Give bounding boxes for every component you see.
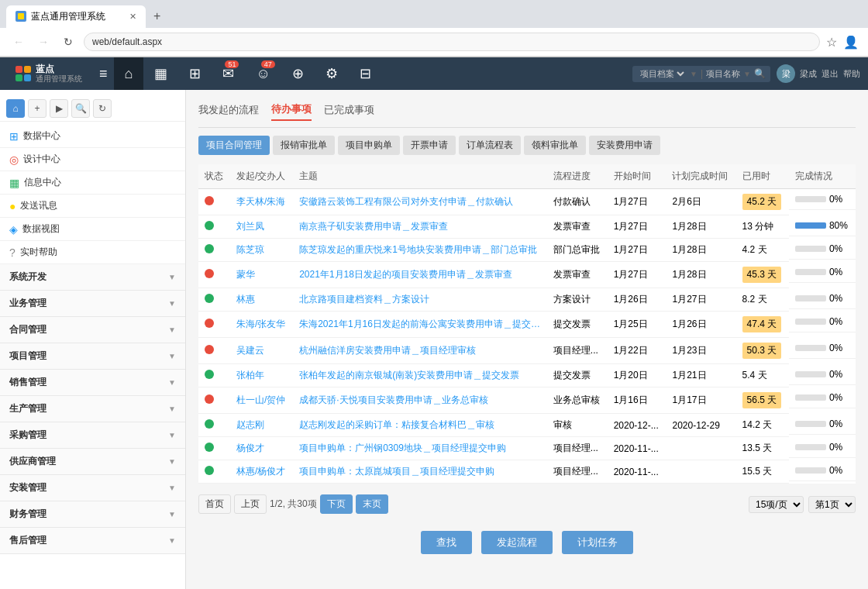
nav-settings[interactable]: ⚙ — [315, 57, 349, 90]
plan-task-btn[interactable]: 计划任务 — [562, 531, 633, 554]
cell-progress: 审核 — [547, 414, 608, 437]
account-btn[interactable]: 👤 — [843, 35, 859, 50]
logout-btn[interactable]: 退出 — [822, 68, 839, 80]
sidebar-group-purchasemgmt-header[interactable]: 采购管理 ▼ — [0, 422, 185, 448]
header-search-btn[interactable]: 🔍 — [754, 68, 766, 79]
cat-btn-order[interactable]: 订单流程表 — [459, 136, 521, 155]
sidebar-tool-refresh[interactable]: ↻ — [93, 99, 112, 118]
address-bar[interactable] — [84, 33, 820, 51]
page-size-select[interactable]: 15项/页 30项/页 — [749, 496, 804, 513]
sidebar-group-bizmgmt-header[interactable]: 业务管理 ▼ — [0, 291, 185, 316]
nav-user[interactable]: 47 ☺ — [245, 57, 281, 90]
cell-subject[interactable]: 项目申购单：太原崑城项目＿项目经理提交申购 — [293, 460, 547, 484]
sidebar-group-suppliermgmt-header[interactable]: 供应商管理 ▼ — [0, 449, 185, 474]
cell-subject[interactable]: 杭州融信洋房安装费用申请＿项目经理审核 — [293, 338, 547, 364]
nav-chat[interactable]: 51 ✉ — [212, 57, 245, 90]
cell-subject[interactable]: 张柏年发起的南京银城(南装)安装费用申请＿提交发票 — [293, 364, 547, 388]
cat-btn-invoice[interactable]: 开票申请 — [403, 136, 456, 155]
bookmark-btn[interactable]: ☆ — [826, 35, 837, 50]
sidebar-tool-play[interactable]: ▶ — [50, 99, 68, 118]
completion-text: 0% — [829, 392, 842, 403]
sidebar-tool-add[interactable]: + — [28, 99, 46, 118]
completion-bg-bar — [795, 467, 826, 474]
page-first-btn[interactable]: 首页 — [198, 494, 231, 514]
active-tab[interactable]: 蓝点通用管理系统 ✕ — [6, 5, 146, 28]
cell-status — [198, 288, 230, 312]
cell-plan-end: 1月21日 — [666, 364, 735, 388]
sidebar-tool-home[interactable]: ⌂ — [6, 99, 25, 118]
cell-subject[interactable]: 陈芝琼发起的重庆悦来1号地块安装费用申请＿部门总审批 — [293, 239, 547, 262]
cat-btn-contract[interactable]: 项目合同管理 — [198, 136, 270, 155]
sidebar-item-realtime-help[interactable]: ? 实时帮助 — [0, 241, 185, 264]
cat-btn-install[interactable]: 安装费用申请 — [589, 136, 660, 155]
sidebar-group-sysdev-header[interactable]: 系统开发 ▼ — [0, 264, 185, 290]
cell-subject[interactable]: 项目申购单：广州钢0309地块＿项目经理提交申购 — [293, 437, 547, 460]
sidebar-item-design-center[interactable]: ◎ 设计中心 — [0, 148, 185, 171]
cell-initiator[interactable]: 林惠/杨俊才 — [230, 460, 293, 484]
tab-my-started[interactable]: 我发起的流程 — [198, 100, 259, 120]
sidebar-tool-search[interactable]: 🔍 — [71, 99, 90, 118]
cat-btn-expense[interactable]: 报销审批单 — [273, 136, 335, 155]
cell-subject[interactable]: 北京路项目建档资料＿方案设计 — [293, 288, 547, 312]
cat-btn-purchase[interactable]: 项目申购单 — [338, 136, 400, 155]
menu-toggle-btn[interactable]: ≡ — [93, 66, 114, 82]
cell-initiator[interactable]: 刘兰凤 — [230, 215, 293, 239]
cell-subject[interactable]: 赵志刚发起的采购订单：粘接复合材料巴＿审核 — [293, 414, 547, 437]
page-prev-btn[interactable]: 上页 — [234, 494, 267, 514]
nav-layout[interactable]: ⊟ — [349, 57, 382, 90]
logo-line1: 蓝点 — [36, 64, 82, 74]
new-tab-btn[interactable]: + — [146, 5, 168, 28]
cell-initiator[interactable]: 吴建云 — [230, 338, 293, 364]
col-subject: 主题 — [293, 164, 547, 189]
nav-grid[interactable]: ⊞ — [178, 57, 212, 90]
sidebar-item-info-center[interactable]: ▦ 信息中心 — [0, 171, 185, 195]
sidebar-group-projectmgmt-header[interactable]: 项目管理 ▼ — [0, 343, 185, 369]
help-btn[interactable]: 帮助 — [843, 68, 860, 80]
sidebar-item-data-view[interactable]: ◈ 数据视图 — [0, 218, 185, 241]
tab-pending[interactable]: 待办事项 — [271, 99, 312, 121]
tab-close-btn[interactable]: ✕ — [129, 12, 136, 22]
col-plan-end: 计划完成时间 — [666, 164, 735, 189]
sidebar-item-data-center[interactable]: ⊞ 数据中心 — [0, 125, 185, 148]
search-btn[interactable]: 查找 — [421, 531, 472, 554]
cell-status — [198, 388, 230, 414]
cell-subject[interactable]: 安徽路云装饰工程有限公司对外支付申请＿付款确认 — [293, 189, 547, 215]
cell-subject[interactable]: 成都天骄·天悦项目安装费用申请＿业务总审核 — [293, 388, 547, 414]
cell-subject[interactable]: 朱海2021年1月16日发起的前海公寓安装费用申请＿提交发票 — [293, 312, 547, 338]
nav-home[interactable]: ⌂ — [114, 57, 144, 90]
green-status-icon — [205, 443, 214, 452]
sidebar: ⌂ + ▶ 🔍 ↻ ⊞ 数据中心 ◎ 设计中心 ▦ 信息中心 ● 发送讯息 ◈ … — [0, 90, 186, 589]
green-status-icon — [205, 294, 214, 303]
cat-btn-material[interactable]: 领料审批单 — [524, 136, 586, 155]
back-btn[interactable]: ← — [9, 33, 28, 51]
cell-initiator[interactable]: 赵志刚 — [230, 414, 293, 437]
cell-subject[interactable]: 南京燕子矶安装费用申请＿发票审查 — [293, 215, 547, 239]
sidebar-group-salesmgmt-header[interactable]: 销售管理 ▼ — [0, 370, 185, 395]
cell-initiator[interactable]: 杜一山/贺仲 — [230, 388, 293, 414]
sidebar-group-aftermgmt-header[interactable]: 售后管理 ▼ — [0, 528, 185, 553]
sidebar-group-contractmgmt-header[interactable]: 合同管理 ▼ — [0, 317, 185, 343]
page-next-btn[interactable]: 下页 — [320, 494, 353, 514]
cell-initiator[interactable]: 朱海/张友华 — [230, 312, 293, 338]
cell-initiator[interactable]: 杨俊才 — [230, 437, 293, 460]
start-flow-btn[interactable]: 发起流程 — [481, 531, 553, 554]
forward-btn[interactable]: → — [34, 33, 53, 51]
cell-initiator[interactable]: 蒙华 — [230, 262, 293, 288]
sidebar-group-installmgmt-header[interactable]: 安装管理 ▼ — [0, 475, 185, 501]
cell-initiator[interactable]: 林惠 — [230, 288, 293, 312]
page-last-btn[interactable]: 末页 — [356, 494, 388, 514]
sidebar-item-send-message[interactable]: ● 发送讯息 — [0, 195, 185, 218]
sidebar-group-financemgmt-header[interactable]: 财务管理 ▼ — [0, 501, 185, 527]
refresh-btn[interactable]: ↻ — [59, 33, 78, 51]
page-num-select[interactable]: 第1页 第2页 — [808, 496, 856, 513]
nav-document[interactable]: ▦ — [143, 57, 178, 90]
green-status-icon — [205, 419, 214, 429]
tab-completed[interactable]: 已完成事项 — [324, 100, 374, 120]
cell-initiator[interactable]: 张柏年 — [230, 364, 293, 388]
cell-initiator[interactable]: 李天林/朱海 — [230, 189, 293, 215]
nav-search[interactable]: ⊕ — [281, 57, 315, 90]
cell-subject[interactable]: 2021年1月18日发起的项目安装费用申请＿发票审查 — [293, 262, 547, 288]
search-category-select[interactable]: 项目档案 — [637, 68, 687, 79]
sidebar-group-productionmgmt-header[interactable]: 生产管理 ▼ — [0, 396, 185, 422]
cell-initiator[interactable]: 陈芝琼 — [230, 239, 293, 262]
